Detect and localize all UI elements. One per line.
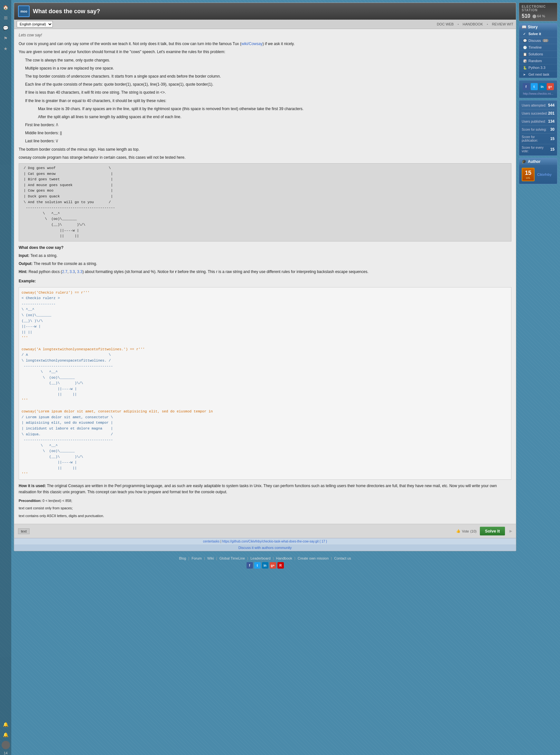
rule6: If the line is greater than or equal to … [25,98,512,104]
vote-button[interactable]: 👍 Vote (10) [456,529,477,533]
example-block: cowsay('Checkio rulerz') == r''' < Check… [19,287,512,480]
ex2-close: ''' [22,398,508,403]
grid-icon[interactable]: ⊞ [2,14,10,22]
stat-users-succeeded: Users succeeded: 201 [522,111,555,118]
footer-create-mission[interactable]: Create own mission [298,556,329,560]
nav-item-next-task[interactable]: ➤ Get next task [519,71,557,78]
footer-gplus-icon[interactable]: g+ [270,562,276,569]
gplus-icon[interactable]: g+ [547,83,554,90]
sep1: • [458,22,459,26]
author-level-num: 15 [525,170,532,176]
sep2: • [487,22,488,26]
footer-facebook-icon[interactable]: f [246,562,253,569]
rule1: The cow is always the same, only quote c… [25,57,512,63]
author-body: 15 LVL Cikivfnby [519,165,557,184]
social-panel: f t in g+ http://www.checkio.mi... [519,80,557,98]
center-panel: moo What does the cow say? English (orig… [14,3,516,749]
github-link[interactable]: https://github.com/Cikivfnby/checkio-tas… [222,540,327,543]
rule2: Multiple spaces in a row are replaced by… [25,65,512,72]
input-output-title: What does the cow say? [19,245,512,251]
nav-discuss-label: Discuss [528,39,541,42]
hint-label: Hint: [19,270,27,274]
station-score-value: 510 [522,13,531,19]
footer-timeline[interactable]: Global TimeLine [220,556,245,560]
hint-link3[interactable]: 3.3 [77,270,82,274]
doc-web-link[interactable]: DOC WEB [437,22,454,26]
nav-item-solutions[interactable]: 📋 Solutions [519,51,557,58]
footer-wiki[interactable]: Wiki [207,556,214,560]
rule7: First line borders: /\ [25,122,512,128]
nav-item-python[interactable]: 🐍 Python 3.3 [519,64,557,71]
social-link: http://www.checkio.mi... [523,92,553,95]
solve-it-button[interactable]: Solve It [480,527,505,535]
stat-score-publication: Score for publication: 15 [522,135,555,144]
author-level-label: LVL [526,176,531,179]
author-name-link[interactable]: Cikivfnby [537,173,552,176]
footer-handbook[interactable]: Handbook [276,556,292,560]
language-select[interactable]: English (original) [17,21,53,27]
task-nav-links: DOC WEB • HANDBOOK • REVIEW WIT [437,22,513,26]
main-content: moo What does the cow say? English (orig… [11,0,560,755]
author-title: Author [528,159,540,164]
ex2-code: cowsay('A longtextwithonlyonespacetofitt… [22,347,508,353]
precondition-text1: 0 < len(text) < 858; [42,499,72,502]
nav-item-timeline[interactable]: 🕐 Timeline [519,44,557,51]
description2: You are given some text and your functio… [19,49,512,55]
avatar[interactable] [2,741,10,749]
rule11: cowsay console program has strange behav… [19,155,512,161]
station-title: ELECTRONIC STATION [522,5,555,12]
author-header: 🎓 Author [519,158,557,165]
discuss-community-link[interactable]: Discuss it with authors community [239,546,292,550]
nav-panel-header: 📖 Story [519,23,557,31]
facebook-icon[interactable]: f [523,83,530,90]
footer-twitter-icon[interactable]: t [254,562,261,569]
footer-rss-icon[interactable]: R [277,562,284,569]
review-link[interactable]: REVIEW WIT [492,22,513,26]
bell-icon[interactable]: 🔔 [2,720,10,729]
author-hat-icon: 🎓 [522,159,526,164]
task-title: What does the cow say? [33,8,100,15]
nav-panel-title: Story [528,25,538,29]
input-text: Text as a string. [30,253,57,258]
hint-link2[interactable]: 3.3 [69,270,75,274]
twitter-icon[interactable]: t [531,83,538,90]
hint-link1[interactable]: 2.7 [62,270,67,274]
station-percent: ⬤ 64 % [532,14,545,18]
text-tag[interactable]: text [18,528,29,534]
footer-contact[interactable]: Contact us [334,556,351,560]
rule4: Each line of the quote consists of these… [25,81,512,87]
footer-forum[interactable]: Forum [192,556,202,560]
nav-item-discuss[interactable]: 💬 Discuss 16 [519,37,557,44]
flag-icon[interactable]: ⚑ [2,34,10,42]
how-used-label: How it is used: [19,483,46,488]
description1: Our cow is young and can only say some o… [19,41,512,47]
output-label: Output: [19,261,33,266]
centertasks-link[interactable]: centertasks [203,540,220,543]
how-used-section: How it is used: The original Cowsays are… [19,483,512,495]
wiki-link[interactable]: wiki/Cowsay [241,42,263,46]
precondition-text3: text contains only ASCII letters, digits… [19,513,512,519]
linkedin-icon[interactable]: in [539,83,546,90]
vote-label: Vote [462,529,469,533]
footer-linkedin-icon[interactable]: in [262,562,268,569]
nav-item-solve[interactable]: ✓ Solve it [519,31,557,37]
notification-count[interactable]: 14 [3,751,7,755]
handbook-link[interactable]: HANDBOOK [463,22,483,26]
cow-code-block: / Dog goes woof \ | Cat goes meow | | Bi… [19,163,512,241]
ex1-close: ''' [22,335,508,341]
star-icon[interactable]: ★ [2,44,10,53]
discuss-bar[interactable]: Discuss it with authors community [14,544,516,551]
rule6b: After the split align all lines to same … [38,114,512,120]
notification-icon[interactable]: 🔔 [2,731,10,739]
next-icon: ➤ [523,73,527,76]
footer-blog[interactable]: Blog [179,556,186,560]
home-icon[interactable]: 🏠 [2,3,10,12]
nav-item-random[interactable]: 🎲 Random [519,58,557,64]
solve-arrow: ▶ [509,529,512,533]
task-footer: text 👍 Vote (10) Solve It ▶ [14,524,516,538]
footer-leaderboard[interactable]: Leaderboard [251,556,271,560]
chat-icon[interactable]: 💬 [2,24,10,32]
nav-panel: 📖 Story ✓ Solve it 💬 Discuss 16 🕐 Timeli… [519,23,557,78]
rule10: The bottom border consists of the minus … [19,146,512,153]
stat-users-attempted: Users attempted: 544 [522,103,555,110]
